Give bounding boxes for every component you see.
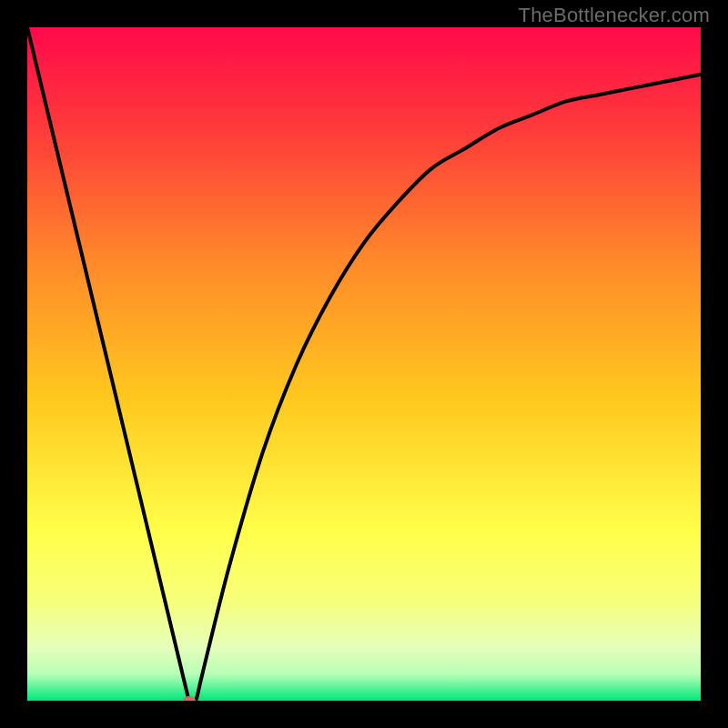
chart-frame: TheBottlenecker.com	[0, 0, 728, 728]
bottleneck-curve	[27, 27, 701, 701]
watermark-text: TheBottlenecker.com	[519, 4, 710, 27]
plot-area	[27, 27, 701, 701]
optimal-point-marker	[183, 696, 196, 701]
